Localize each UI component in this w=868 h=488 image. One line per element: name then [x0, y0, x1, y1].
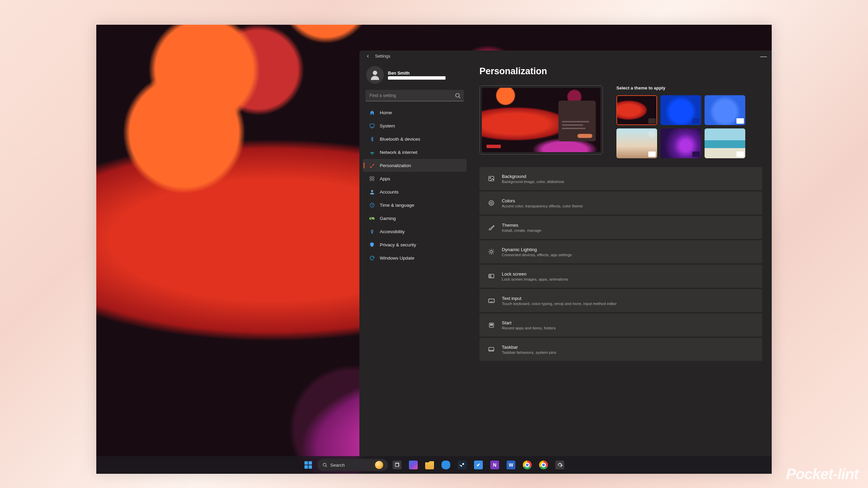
row-subtitle: Install, create, manage — [502, 228, 541, 232]
taskbar-search[interactable]: Search — [317, 459, 388, 471]
row-title: Themes — [502, 223, 541, 228]
svg-rect-6 — [372, 179, 374, 181]
sidebar-item-time-language[interactable]: Time & language — [363, 199, 467, 211]
taskbar-app-onenote[interactable]: N — [488, 458, 502, 472]
row-title: Colors — [502, 198, 583, 203]
sidebar-item-system[interactable]: System — [363, 119, 467, 132]
sidebar-item-label: Home — [380, 110, 392, 115]
onedrive-icon — [441, 461, 450, 469]
settings-row-dynamic-lighting[interactable]: Dynamic LightingConnected devices, effec… — [479, 240, 762, 263]
taskbar-app-chrome-1[interactable] — [520, 458, 534, 472]
svg-rect-5 — [370, 179, 372, 181]
theme-option-2[interactable] — [660, 95, 701, 125]
theme-option-1[interactable] — [616, 95, 657, 125]
svg-rect-16 — [490, 275, 491, 277]
lock-icon — [487, 272, 496, 281]
profile-block[interactable]: Ben Smith — [363, 64, 467, 88]
svg-point-7 — [371, 190, 373, 192]
bt-icon — [369, 136, 375, 142]
preview-wallpaper — [482, 88, 600, 152]
svg-point-22 — [490, 325, 491, 325]
taskbar-app-onedrive[interactable] — [439, 458, 453, 472]
taskbar-app-steam[interactable] — [455, 458, 469, 472]
settings-row-lock-screen[interactable]: Lock screenLock screen images, apps, ani… — [479, 265, 762, 288]
upd-icon — [369, 255, 375, 261]
settings-row-start[interactable]: StartRecent apps and items, folders — [479, 313, 762, 337]
window-titlebar: Settings — — [359, 50, 772, 62]
taskbar-app-chrome-2[interactable] — [536, 458, 551, 472]
row-subtitle: Taskbar behaviors, system pins — [502, 350, 556, 354]
taskbar-app-task-view[interactable]: ❐ — [390, 458, 404, 472]
sidebar-item-bluetooth-devices[interactable]: Bluetooth & devices — [363, 133, 467, 145]
settings-row-taskbar[interactable]: TaskbarTaskbar behaviors, system pins — [479, 338, 762, 361]
svg-rect-4 — [372, 177, 374, 178]
start-button[interactable] — [301, 458, 315, 472]
taskbar-app-todo[interactable]: ✔ — [471, 458, 486, 472]
acct-icon — [369, 189, 375, 195]
sidebar-item-windows-update[interactable]: Windows Update — [363, 251, 467, 264]
brush-icon — [487, 223, 496, 232]
palette-icon — [487, 199, 496, 207]
profile-name: Ben Smith — [388, 70, 446, 76]
main-pane: Personalization — [470, 62, 772, 474]
taskbar-app-copilot[interactable] — [406, 458, 420, 472]
search-icon — [454, 92, 461, 99]
sidebar-item-label: Gaming — [380, 216, 396, 221]
sidebar-item-personalization[interactable]: Personalization — [363, 159, 467, 172]
apps-icon — [369, 176, 375, 182]
light-icon — [487, 247, 496, 256]
theme-grid — [616, 95, 762, 158]
keyb-icon — [487, 296, 496, 305]
settings-rows: BackgroundBackground image, color, slide… — [479, 167, 762, 361]
sidebar-item-accessibility[interactable]: Accessibility — [363, 225, 467, 238]
theme-option-4[interactable] — [616, 128, 657, 158]
settings-row-background[interactable]: BackgroundBackground image, color, slide… — [479, 167, 762, 190]
time-icon — [369, 202, 375, 208]
sidebar-item-apps[interactable]: Apps — [363, 172, 467, 185]
sidebar-item-home[interactable]: Home — [363, 106, 467, 119]
window-title: Settings — [375, 54, 390, 59]
search-input[interactable] — [366, 90, 464, 101]
chrome-2-icon — [539, 461, 548, 469]
sidebar-item-accounts[interactable]: Accounts — [363, 185, 467, 198]
svg-rect-18 — [489, 323, 494, 327]
person-icon — [369, 69, 381, 81]
search-field-wrap — [366, 90, 464, 101]
sidebar-item-label: Accessibility — [380, 229, 405, 234]
taskbar-app-file-explorer[interactable] — [422, 458, 437, 472]
row-subtitle: Connected devices, effects, app settings — [502, 253, 572, 257]
settings-window: Settings — Ben Smith — [359, 50, 772, 474]
taskbar-search-label: Search — [330, 463, 345, 468]
sidebar-item-label: Bluetooth & devices — [380, 137, 420, 142]
theme-option-5[interactable] — [660, 128, 701, 158]
svg-point-26 — [323, 463, 326, 466]
row-title: Dynamic Lighting — [502, 247, 572, 252]
svg-point-1 — [456, 94, 459, 97]
sidebar-item-label: Network & internet — [380, 150, 417, 155]
theme-option-6[interactable] — [705, 128, 745, 158]
taskbar-apps: ❐✔NW — [390, 458, 567, 472]
svg-rect-2 — [370, 124, 374, 127]
game-icon — [369, 215, 375, 221]
taskbar-app-word[interactable]: W — [504, 458, 518, 472]
priv-icon — [369, 242, 375, 248]
row-title: Start — [502, 320, 556, 325]
settings-row-text-input[interactable]: Text inputTouch keyboard, voice typing, … — [479, 289, 762, 312]
acc-icon — [369, 228, 375, 235]
settings-row-colors[interactable]: ColorsAccent color, transparency effects… — [479, 191, 762, 215]
row-title: Taskbar — [502, 345, 556, 350]
sidebar-item-network-internet[interactable]: Network & internet — [363, 146, 467, 159]
sidebar-item-privacy-security[interactable]: Privacy & security — [363, 238, 467, 251]
avatar — [366, 66, 384, 84]
theme-option-3[interactable] — [705, 95, 745, 125]
settings-row-themes[interactable]: ThemesInstall, create, manage — [479, 216, 762, 239]
theme-picker: Select a theme to apply — [616, 85, 762, 158]
sidebar-item-gaming[interactable]: Gaming — [363, 212, 467, 225]
back-button[interactable] — [364, 53, 372, 60]
taskbar-app-settings[interactable] — [553, 458, 567, 472]
sidebar-item-label: Apps — [380, 176, 390, 181]
svg-point-12 — [489, 201, 494, 205]
row-subtitle: Accent color, transparency effects, colo… — [502, 204, 583, 208]
word-icon: W — [507, 461, 515, 469]
row-title: Background — [502, 174, 564, 179]
